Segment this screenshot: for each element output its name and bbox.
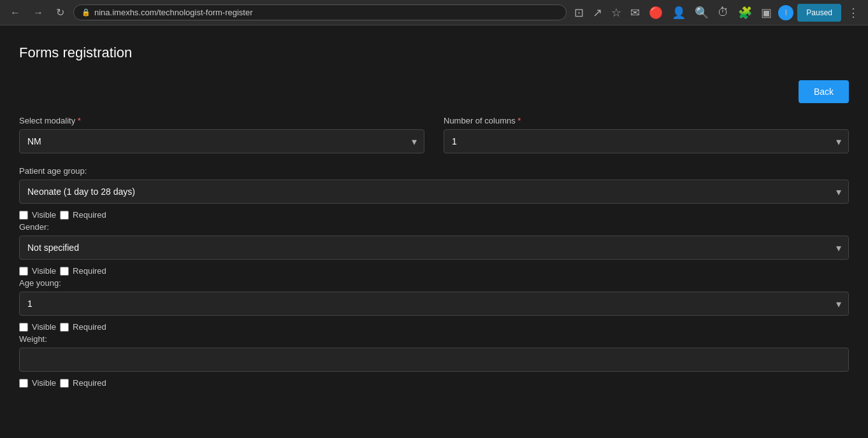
forward-nav-button[interactable]: →	[29, 4, 47, 21]
share-icon[interactable]: ↗	[590, 3, 605, 22]
page-content: Forms registration Back Select modality …	[0, 25, 868, 413]
age-young-field-label: Age young:	[19, 278, 849, 288]
reload-button[interactable]: ↻	[52, 4, 68, 21]
gender-section: Visible Required Gender: Not specified M…	[19, 210, 849, 260]
columns-select-wrapper: 1 2 3	[444, 129, 849, 153]
modality-columns-row: Select modality * NM CT MR US XR Number …	[19, 116, 849, 153]
browser-bar: ← → ↻ 🔒 nina.imexhs.com/technologist-for…	[0, 0, 868, 25]
age-young-select-wrapper: 1 2 3 4 5	[19, 292, 849, 316]
extra-checkbox-row: Visible Required	[19, 378, 849, 388]
modality-label: Select modality *	[19, 116, 424, 125]
age-visible-label[interactable]: Visible	[32, 266, 56, 276]
paused-label: Paused	[804, 6, 835, 20]
mail-icon[interactable]: ✉	[628, 3, 642, 22]
gender-select-wrapper: Not specified Male Female Other	[19, 236, 849, 260]
weight-section: Visible Required Weight:	[19, 322, 849, 372]
extra-required-checkbox[interactable]	[60, 379, 69, 388]
avatar[interactable]: I	[778, 5, 793, 20]
paused-badge: Paused	[797, 4, 841, 22]
url-text: nina.imexhs.com/technologist-form-regist…	[94, 8, 253, 17]
columns-label: Number of columns *	[444, 116, 849, 125]
age-required-label[interactable]: Required	[73, 266, 106, 276]
back-button[interactable]: Back	[799, 80, 849, 103]
extra-visible-checkbox[interactable]	[19, 379, 28, 388]
weight-checkbox-row: Visible Required	[19, 322, 849, 332]
user-icon[interactable]: 👤	[669, 3, 688, 22]
modality-group: Select modality * NM CT MR US XR	[19, 116, 424, 153]
weight-required-label[interactable]: Required	[73, 322, 106, 332]
gender-checkbox-row: Visible Required	[19, 210, 849, 220]
gender-required-label[interactable]: Required	[73, 210, 106, 220]
gender-visible-label[interactable]: Visible	[32, 210, 56, 220]
gender-required-checkbox[interactable]	[60, 211, 69, 220]
age-young-checkbox-row: Visible Required	[19, 266, 849, 276]
gender-select[interactable]: Not specified Male Female Other	[19, 236, 849, 260]
age-young-select[interactable]: 1 2 3 4 5	[19, 292, 849, 316]
gender-field-label: Gender:	[19, 222, 849, 232]
weight-visible-checkbox[interactable]	[19, 323, 28, 332]
sidebar-icon[interactable]: ▣	[758, 3, 774, 22]
weight-field-label: Weight:	[19, 334, 849, 344]
lock-icon: 🔒	[82, 8, 90, 17]
extra-required-label[interactable]: Required	[73, 378, 106, 388]
age-required-checkbox[interactable]	[60, 267, 69, 276]
age-visible-checkbox[interactable]	[19, 267, 28, 276]
bookmark-icon[interactable]: ☆	[609, 3, 624, 22]
timer-icon[interactable]: ⏱	[715, 3, 732, 22]
address-bar[interactable]: 🔒 nina.imexhs.com/technologist-form-regi…	[73, 4, 567, 20]
modality-select[interactable]: NM CT MR US XR	[19, 129, 424, 153]
modality-select-wrapper: NM CT MR US XR	[19, 129, 424, 153]
patient-age-select[interactable]: Neonate (1 day to 28 days) Infant Child …	[19, 180, 849, 204]
extension-icon[interactable]: 🔴	[646, 3, 665, 22]
gender-visible-checkbox[interactable]	[19, 211, 28, 220]
patient-age-label: Patient age group:	[19, 166, 849, 176]
extra-section: Visible Required	[19, 378, 849, 388]
weight-required-checkbox[interactable]	[60, 323, 69, 332]
puzzle-icon[interactable]: 🧩	[735, 3, 755, 22]
extra-visible-label[interactable]: Visible	[32, 378, 56, 388]
age-young-section: Visible Required Age young: 1 2 3 4 5	[19, 266, 849, 316]
weight-visible-label[interactable]: Visible	[32, 322, 56, 332]
menu-icon[interactable]: ⋮	[845, 3, 862, 22]
patient-age-group: Patient age group: Neonate (1 day to 28 …	[19, 166, 849, 204]
page-title: Forms registration	[19, 45, 849, 61]
columns-group: Number of columns * 1 2 3	[444, 116, 849, 153]
back-button-row: Back	[19, 80, 849, 103]
back-nav-button[interactable]: ←	[6, 4, 24, 21]
patient-age-select-wrapper: Neonate (1 day to 28 days) Infant Child …	[19, 180, 849, 204]
browser-actions: ⊡ ↗ ☆ ✉ 🔴 👤 🔍 ⏱ 🧩 ▣ I Paused ⋮	[572, 3, 862, 22]
screenshot-icon[interactable]: ⊡	[572, 3, 586, 22]
weight-input[interactable]	[19, 348, 849, 372]
columns-select[interactable]: 1 2 3	[444, 129, 849, 153]
search-icon[interactable]: 🔍	[692, 3, 711, 22]
